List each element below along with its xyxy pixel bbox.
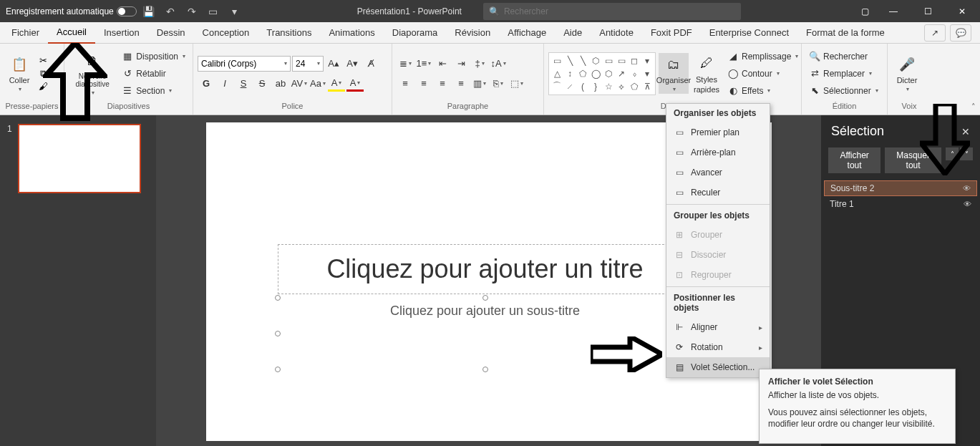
replace-button[interactable]: ⇄Remplacer▾ [806,66,881,82]
collapse-ribbon-icon[interactable]: ˄ [971,102,976,112]
ungroup-icon: ⊟ [674,249,685,261]
search-box[interactable]: 🔍 [483,3,741,20]
bold-button[interactable]: G [198,76,215,92]
copy-icon[interactable]: ⧉ [37,68,49,79]
paste-button[interactable]: 📋 Coller ▾ [4,53,34,94]
tab-animations[interactable]: Animations [320,22,383,44]
menu-bring-forward[interactable]: ▭Avancer [666,163,770,183]
menu-align[interactable]: ⊩Aligner▸ [666,317,770,337]
shape-effects-button[interactable]: ◐Effets▾ [724,83,801,99]
close-button[interactable]: ✕ [946,0,979,22]
menu-selection-pane[interactable]: ▤Volet Sélection... [666,357,770,377]
arrange-button[interactable]: 🗂 Organiser ▾ [659,53,689,94]
arrange-icon: 🗂 [664,54,684,74]
tab-draw[interactable]: Dessin [148,22,194,44]
show-all-button[interactable]: Afficher tout [828,147,880,173]
text-direction-icon[interactable]: ↕A▾ [490,56,507,72]
font-color-icon[interactable]: A▾ [346,76,364,92]
align-center-icon[interactable]: ≡ [415,76,432,92]
decrease-indent-icon[interactable]: ⇤ [434,56,451,72]
smartart-icon[interactable]: ⬚▾ [508,76,525,92]
save-icon[interactable]: 💾 [140,2,158,21]
slide-thumbnail[interactable]: 1 [7,124,149,193]
char-spacing-icon[interactable]: AV▾ [291,76,308,92]
font-size-combo[interactable]: 24▾ [292,56,324,72]
highlight-icon[interactable]: A▾ [328,76,345,92]
tab-transitions[interactable]: Transitions [258,22,320,44]
strikethrough-button[interactable]: S [253,76,271,92]
visibility-icon[interactable]: 👁 [964,200,971,208]
italic-button[interactable]: I [216,76,233,92]
title-placeholder[interactable]: Cliquez pour ajouter un titre [278,244,693,294]
selection-item-title[interactable]: Titre 1 👁 [824,196,977,212]
search-input[interactable] [504,6,735,16]
columns-icon[interactable]: ▥▾ [471,76,488,92]
hide-all-button[interactable]: Masquer tout [885,147,941,173]
select-button[interactable]: ⬉Sélectionner▾ [806,83,881,99]
tab-view[interactable]: Affichage [499,22,555,44]
cut-icon[interactable]: ✂ [37,55,49,67]
align-text-icon[interactable]: ⎘▾ [490,76,507,92]
tab-file[interactable]: Fichier [3,22,48,44]
visibility-icon[interactable]: 👁 [963,184,971,193]
ribbon-display-options-icon[interactable]: ▢ [854,0,875,22]
tab-enterprise[interactable]: Enterprise Connect [701,22,797,44]
tab-home[interactable]: Accueil [48,22,95,44]
shape-fill-button[interactable]: ◢Remplissage▾ [724,49,801,64]
qat-more-icon[interactable]: ▾ [225,2,244,21]
close-pane-icon[interactable]: ✕ [961,126,970,137]
dictate-button[interactable]: 🎤 Dicter ▾ [892,53,922,94]
share-icon[interactable]: ↗ [924,24,946,42]
maximize-button[interactable]: ☐ [911,0,944,22]
section-button[interactable]: ☰Section▾ [119,83,188,99]
decrease-font-icon[interactable]: A▾ [344,56,361,72]
tab-antidote[interactable]: Antidote [591,22,642,44]
tab-design[interactable]: Conception [194,22,258,44]
autosave-toggle[interactable] [117,6,137,16]
bullets-icon[interactable]: ≣▾ [397,56,414,72]
font-name-combo[interactable]: Calibri (Corps)▾ [198,56,291,72]
tab-shape-format[interactable]: Format de la forme [797,22,893,44]
shadow-button[interactable]: ab [272,76,289,92]
thumbnail-panel[interactable]: 1 [0,115,156,446]
quick-styles-button[interactable]: 🖊 Styles rapides [692,52,722,95]
justify-icon[interactable]: ≡ [452,76,470,92]
ribbon-tabs: Fichier Accueil Insertion Dessin Concept… [0,22,980,44]
menu-send-backward[interactable]: ▭Reculer [666,183,770,203]
tab-help[interactable]: Aide [555,22,591,44]
align-left-icon[interactable]: ≡ [397,76,414,92]
subtitle-placeholder[interactable]: Cliquez pour ajouter un sous-titre [278,298,693,369]
minimize-button[interactable]: — [877,0,910,22]
send-backward-icon: ▭ [674,187,685,198]
reset-button[interactable]: ↺Rétablir [119,66,188,82]
increase-font-icon[interactable]: A▴ [325,56,342,72]
change-case-icon[interactable]: Aa▾ [309,76,326,92]
selection-item-subtitle[interactable]: Sous-titre 2 👁 [824,180,977,196]
comments-icon[interactable]: 💬 [950,24,971,42]
menu-bring-front[interactable]: ▭Premier plan [666,122,770,142]
numbering-icon[interactable]: 1≡▾ [415,56,432,72]
tab-review[interactable]: Révision [446,22,499,44]
thumbnail-preview[interactable] [18,124,141,193]
layout-button[interactable]: ▦Disposition▾ [119,49,188,64]
align-right-icon[interactable]: ≡ [434,76,451,92]
move-up-icon[interactable]: ˄ [946,147,959,160]
clear-format-icon[interactable]: A̸ [362,56,379,72]
new-slide-button[interactable]: 🗎 Nouvelle diapositive ▾ [69,49,116,97]
tab-insert[interactable]: Insertion [95,22,148,44]
increase-indent-icon[interactable]: ⇥ [452,56,470,72]
move-down-icon[interactable]: ˅ [960,147,973,160]
find-button[interactable]: 🔍Rechercher [806,49,881,64]
shape-outline-button[interactable]: ◯Contour▾ [724,66,801,82]
redo-icon[interactable]: ↷ [183,2,201,21]
line-spacing-icon[interactable]: ‡▾ [471,56,488,72]
tab-slideshow[interactable]: Diaporama [384,22,447,44]
tab-foxit[interactable]: Foxit PDF [642,22,701,44]
menu-send-back[interactable]: ▭Arrière-plan [666,142,770,163]
menu-rotate[interactable]: ⟳Rotation▸ [666,337,770,357]
underline-button[interactable]: S [235,76,252,92]
undo-icon[interactable]: ↶ [161,2,180,21]
slideshow-start-icon[interactable]: ▭ [204,2,223,21]
shapes-gallery[interactable]: ▭╲╲⬡▭▭◻▾ △↕⬠◯⬡↗⬨▾ ⌒⟋(}☆⟡⬠⊼ [548,52,656,95]
format-painter-icon[interactable]: 🖌 [37,81,49,92]
